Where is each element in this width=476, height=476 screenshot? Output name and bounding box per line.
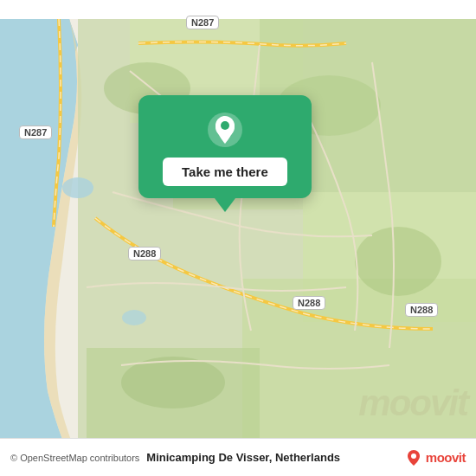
map-attribution: © OpenStreetMap contributors <box>10 453 139 463</box>
svg-point-14 <box>62 177 93 198</box>
road-label-n287-top: N287 <box>186 16 219 29</box>
popup-box: Take me there <box>138 95 312 198</box>
moovit-pin-icon <box>404 448 423 467</box>
svg-point-15 <box>122 310 146 325</box>
road-label-n288-far: N288 <box>405 303 438 317</box>
svg-point-19 <box>411 453 416 459</box>
road-label-n288-right: N288 <box>293 296 325 310</box>
svg-point-12 <box>355 227 441 296</box>
svg-point-18 <box>221 121 229 130</box>
moovit-logo-text: moovit <box>426 450 466 465</box>
map-container: N287 N287 N288 N288 N288 Take me there m… <box>0 0 476 476</box>
moovit-logo: moovit <box>404 448 466 467</box>
map-background <box>0 0 476 476</box>
location-name: Minicamping De Visser, Netherlands <box>139 451 403 464</box>
road-label-n287-left: N287 <box>19 125 52 139</box>
popup-arrow <box>215 198 235 212</box>
location-pin-icon <box>206 111 244 149</box>
take-me-there-button[interactable]: Take me there <box>163 158 287 186</box>
road-label-n288-mid: N288 <box>128 247 161 261</box>
bottom-bar: © OpenStreetMap contributors Minicamping… <box>0 438 476 476</box>
popup-callout: Take me there <box>138 95 312 212</box>
